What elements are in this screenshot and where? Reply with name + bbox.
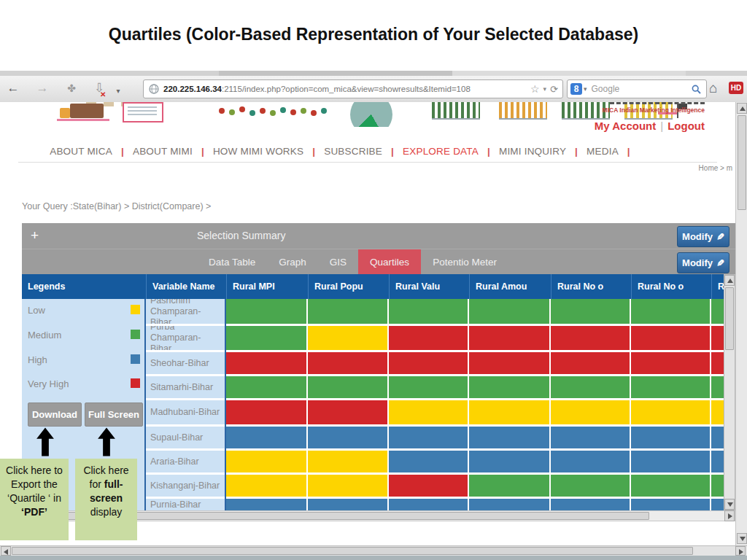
url-caret-icon[interactable]: ▾ [543, 85, 547, 93]
quartile-cell-very_high [551, 326, 631, 350]
table-vertical-scrollbar[interactable] [724, 274, 735, 510]
quartile-cell-high [389, 427, 469, 448]
fullscreen-button[interactable]: Full Screen [85, 402, 143, 427]
quartile-grid [226, 299, 735, 510]
nav-separator: | [487, 146, 490, 157]
toolbar-caret-icon[interactable]: ▾ [114, 82, 123, 100]
nav-separator: | [201, 146, 204, 157]
tab-potentio-meter[interactable]: Potentio Meter [421, 249, 508, 275]
legend-label: High [28, 354, 47, 365]
scroll-right-arrow[interactable] [735, 546, 746, 556]
back-icon[interactable]: ← [4, 79, 22, 97]
quartile-cell-medium [469, 376, 551, 398]
scroll-right-arrow[interactable] [724, 510, 735, 521]
quartile-cell-medium [631, 376, 711, 398]
breadcrumb: Home > m [699, 164, 732, 172]
globe-icon [149, 84, 159, 94]
quartile-cell-very_high [226, 352, 308, 374]
scroll-thumb[interactable] [12, 547, 693, 555]
logout-link[interactable]: Logout [667, 120, 705, 132]
quartile-cell-high [631, 451, 711, 472]
column-header: Rural Valu [389, 274, 469, 299]
my-account-link[interactable]: My Account [595, 120, 656, 132]
tab-graph[interactable]: Graph [267, 249, 318, 275]
link-separator: | [660, 120, 663, 132]
quartile-cell-low [631, 400, 711, 424]
scroll-thumb[interactable] [725, 287, 734, 350]
table-row [226, 400, 735, 427]
legend-label: Low [28, 305, 45, 316]
tab-gis[interactable]: GIS [318, 249, 358, 275]
modify-selection-button[interactable]: Modify ✎ [677, 226, 729, 247]
quartile-cell-high [551, 451, 631, 472]
quartile-cell-low [226, 451, 308, 472]
quartile-cell-very_high [389, 475, 469, 497]
extension-icon[interactable]: ✤ [63, 79, 80, 97]
quartile-cell-very_high [389, 352, 469, 374]
nav-item-about-mimi[interactable]: ABOUT MIMI [131, 146, 194, 157]
legend-swatch-medium [131, 330, 140, 339]
trees-illustration [219, 108, 225, 114]
scroll-down-arrow[interactable] [724, 499, 735, 510]
column-header: Rural No o [551, 274, 631, 299]
url-bar[interactable]: 220.225.146.34:2115/index.php?option=com… [143, 79, 563, 98]
column-header: Variable Name [146, 274, 226, 299]
search-input[interactable]: 8 ▾ Google [567, 79, 707, 98]
legend-label: Very High [28, 378, 69, 389]
selection-summary-title: Selection Summary [197, 230, 285, 241]
tab-data-table[interactable]: Data Table [197, 249, 267, 275]
quartile-cell-very_high [469, 352, 551, 374]
nav-item-how-mimi-works[interactable]: HOW MIMI WORKS [212, 146, 305, 157]
search-engine-caret-icon[interactable]: ▾ [584, 85, 587, 93]
google-logo-icon[interactable]: 8 [570, 83, 582, 95]
quartile-cell-high [226, 427, 308, 448]
quartile-cell-very_high [308, 400, 389, 424]
hd-addon-icon[interactable]: HD [729, 82, 743, 94]
home-icon[interactable]: ⌂ [709, 80, 717, 96]
modify-label: Modify [682, 257, 713, 268]
truck-illustration [70, 104, 104, 118]
scroll-down-arrow[interactable] [737, 533, 747, 544]
quartile-cell-medium [308, 376, 389, 398]
row-label: Sheohar-Bihar [146, 352, 225, 376]
quartile-cell-low [389, 400, 469, 424]
nav-item-subscribe[interactable]: SUBSCRIBE [322, 146, 384, 157]
quartile-cell-very_high [308, 352, 389, 374]
quartile-cell-medium [389, 299, 469, 324]
download-button[interactable]: Download [28, 402, 82, 427]
quartile-cell-high [631, 427, 711, 448]
nav-item-explore-data[interactable]: EXPLORE DATA [401, 146, 480, 157]
scroll-up-arrow[interactable] [724, 275, 735, 286]
quartile-cell-low [308, 475, 389, 497]
window-horizontal-scrollbar[interactable] [0, 545, 747, 556]
quartile-cell-high [551, 427, 631, 448]
scroll-up-arrow[interactable] [737, 103, 747, 114]
forward-icon[interactable]: → [34, 79, 51, 97]
quartile-cell-low [551, 400, 631, 424]
column-header: Rural No o [631, 274, 711, 299]
nav-item-mimi-inquiry[interactable]: MIMI INQUIRY [498, 146, 568, 157]
table-row [226, 475, 735, 499]
scroll-left-arrow[interactable] [1, 546, 11, 556]
reload-icon[interactable]: ⟳ [550, 84, 558, 95]
window-vertical-scrollbar[interactable] [735, 102, 747, 545]
nav-item-media[interactable]: MEDIA [585, 146, 620, 157]
url-path: :2115/index.php?option=com_mica&view=sho… [222, 85, 471, 93]
legend-item: Medium [28, 330, 140, 341]
up-arrow-icon [97, 427, 116, 456]
row-label: Purba Champaran-Bihar [146, 326, 225, 352]
quartile-cell-medium [631, 299, 711, 324]
download-blocked-icon[interactable]: ⇩ ✕ [90, 79, 108, 97]
quartile-cell-medium [551, 376, 631, 398]
search-icon[interactable] [692, 85, 701, 94]
quartile-cell-high [631, 499, 711, 510]
modify-view-button[interactable]: Modify ✎ [677, 252, 729, 273]
bookmark-star-icon[interactable]: ☆ [530, 83, 540, 95]
nav-item-about-mica[interactable]: ABOUT MICA [48, 146, 114, 157]
tab-quartiles[interactable]: Quartiles [358, 249, 421, 275]
query-breadcrumb: Your Query :State(Bihar) > District(Comp… [22, 201, 211, 211]
scroll-thumb[interactable] [738, 115, 746, 210]
expand-plus-icon[interactable]: + [31, 228, 39, 244]
bar-chart-illustration [499, 102, 547, 120]
main-nav: ABOUT MICA|ABOUT MIMI|HOW MIMI WORKS|SUB… [0, 146, 686, 157]
